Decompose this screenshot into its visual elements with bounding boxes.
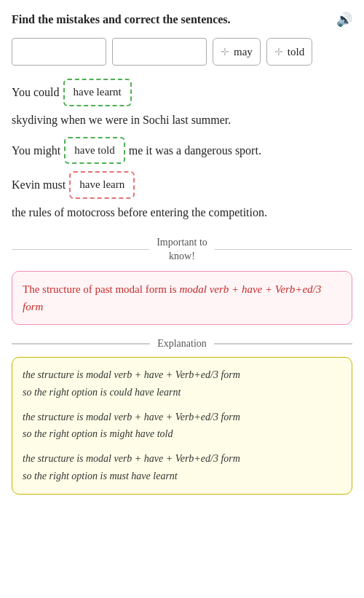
explanation-divider: Explanation [12, 338, 352, 350]
word-chip-may[interactable]: ✛ may [213, 38, 261, 66]
word-slot-1[interactable] [12, 38, 106, 66]
important-line1: Important to [157, 237, 207, 248]
info-box: The structure of past modal form is moda… [12, 271, 352, 325]
word-slot-2[interactable] [112, 38, 207, 66]
explanation-1-line1: the structure is modal verb + have + Ver… [23, 369, 240, 380]
page-header: Find the mistakes and correct the senten… [12, 12, 352, 28]
important-divider: Important to know! [12, 235, 352, 264]
divider-line-right [215, 249, 352, 251]
sentence-3-answer[interactable]: have learn [69, 171, 135, 199]
explanation-box: the structure is modal verb + have + Ver… [12, 357, 352, 495]
drag-icon-may: ✛ [221, 46, 229, 58]
explanation-2-line2: so the right option is might have told [23, 428, 173, 439]
explanation-3-line2: so the right option is must have learnt [23, 471, 178, 481]
explanation-divider-right [214, 343, 352, 345]
explanation-item-1: the structure is modal verb + have + Ver… [23, 366, 341, 401]
important-line2: know! [169, 251, 195, 261]
info-box-text-1: The structure of past modal form is [23, 283, 179, 295]
sentence-row-1: You could have learnt skydiving when we … [12, 79, 352, 130]
explanation-3-line1: the structure is modal verb + have + Ver… [23, 453, 240, 464]
sentence-3-after: the rules of motocross before entering t… [12, 202, 267, 222]
sentence-1-before: You could [12, 82, 60, 102]
sentence-2-after: me it was a dangerous sport. [129, 141, 261, 160]
drag-icon-told: ✛ [274, 46, 283, 58]
speaker-icon[interactable]: 🔊 [336, 12, 352, 28]
divider-line-left [12, 249, 149, 251]
word-chip-told[interactable]: ✛ told [266, 38, 312, 66]
sentence-row-3: Kevin must have learn the rules of motoc… [12, 171, 352, 222]
sentence-2-answer[interactable]: have told [64, 137, 124, 165]
word-chip-may-label: may [234, 46, 253, 58]
sentence-row-2: You might have told me it was a dangerou… [12, 137, 352, 165]
sentence-1-answer[interactable]: have learnt [63, 79, 132, 106]
important-label: Important to know! [157, 235, 207, 264]
sentence-2-before: You might [12, 141, 60, 160]
explanation-label: Explanation [157, 338, 207, 350]
sentence-1-after: skydiving when we were in Sochi last sum… [12, 110, 231, 130]
word-bank: ✛ may ✛ told [12, 38, 352, 66]
sentence-3-before: Kevin must [12, 175, 66, 194]
explanation-2-line1: the structure is modal verb + have + Ver… [23, 412, 240, 422]
explanation-divider-left [12, 343, 150, 345]
sentences-area: You could have learnt skydiving when we … [12, 79, 352, 222]
word-chip-told-label: told [288, 46, 304, 58]
page-title: Find the mistakes and correct the senten… [12, 13, 231, 26]
explanation-1-line2: so the right option is could have learnt [23, 387, 181, 398]
explanation-item-3: the structure is modal verb + have + Ver… [23, 450, 341, 485]
explanation-item-2: the structure is modal verb + have + Ver… [23, 409, 341, 444]
